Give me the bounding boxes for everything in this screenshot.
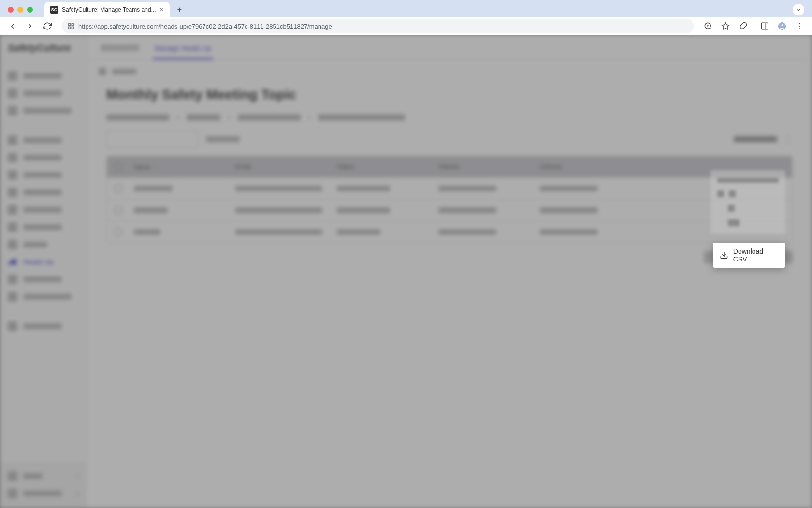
sidebar-item[interactable] [6,85,81,102]
maximize-window-button[interactable] [27,7,33,13]
back-button[interactable] [6,19,19,33]
sidebar-item[interactable] [6,271,81,288]
url-text: https://app.safetyculture.com/heads-up/e… [78,23,332,30]
sidebar-footer-item[interactable]: › [6,485,81,502]
browser-toolbar: https://app.safetyculture.com/heads-up/e… [0,17,812,35]
address-bar[interactable]: https://app.safetyculture.com/heads-up/e… [62,19,694,33]
download-csv-button[interactable]: Download CSV [713,243,785,268]
table-row[interactable] [107,221,792,243]
meta-chip [238,114,301,121]
profile-icon[interactable] [775,19,789,33]
svg-point-13 [799,23,800,24]
pagination [106,243,793,271]
svg-rect-3 [72,27,73,29]
close-window-button[interactable] [8,7,14,13]
new-tab-button[interactable]: + [174,3,186,16]
download-icon [720,251,728,260]
bookmark-icon[interactable] [719,19,732,33]
filter-row: ⋮ [106,131,793,148]
table-row[interactable] [107,177,792,199]
meta-chip [318,114,405,121]
meta-chip [187,114,220,121]
column-acknowledged[interactable]: Acknow [540,163,784,171]
data-table: Name↑ Email Status Viewed Acknow [106,156,793,243]
svg-rect-1 [72,24,73,26]
menu-icon[interactable] [793,19,806,33]
sidebar-footer-item[interactable]: › [6,467,81,485]
sidebar-item-label: Heads Up [23,258,53,266]
select-all-checkbox[interactable] [115,163,122,171]
sidebar-item[interactable] [6,131,81,149]
tab-title: SafetyCulture: Manage Teams and... [62,6,156,13]
tab-bar: SC SafetyCulture: Manage Teams and... × … [0,0,812,17]
svg-point-14 [799,26,800,27]
app-container: SafetyCulture Heads Up › › [0,35,812,508]
sidebar-item[interactable] [6,149,81,166]
logo: SafetyCulture [6,41,81,56]
search-input[interactable] [106,131,198,148]
column-status[interactable]: Status [337,163,438,171]
minimize-window-button[interactable] [17,7,23,13]
row-checkbox[interactable] [115,228,122,236]
sidebar-item[interactable] [6,218,81,236]
sidebar-item[interactable] [6,236,81,253]
svg-point-12 [781,24,783,27]
window-controls [8,7,33,13]
more-actions-button[interactable]: ⋮ [783,133,793,145]
site-settings-icon[interactable] [68,23,74,29]
forward-button[interactable] [23,19,37,33]
svg-rect-0 [69,24,71,26]
favicon-icon: SC [50,6,58,14]
tab[interactable] [99,41,141,59]
table-row[interactable] [107,199,792,221]
tab-manage-heads-up[interactable]: Manage Heads Up [153,41,213,59]
page-title: Monthly Safety Meeting Topic [106,87,793,102]
back-icon[interactable] [99,68,106,75]
column-email[interactable]: Email [235,163,337,171]
column-viewed[interactable]: Viewed [438,163,540,171]
sidebar-item[interactable] [6,184,81,201]
side-panel-icon[interactable] [758,19,771,33]
download-csv-label: Download CSV [733,247,779,263]
filter-chip[interactable] [206,136,240,142]
sort-arrow-icon: ↑ [155,164,157,170]
row-checkbox[interactable] [115,185,122,192]
svg-point-15 [799,28,800,29]
sidebar-item-heads-up[interactable]: Heads Up [6,253,81,271]
svg-line-5 [710,28,711,29]
megaphone-icon [8,257,17,267]
close-tab-icon[interactable]: × [160,6,164,14]
reload-button[interactable] [41,19,54,33]
sidebar-item[interactable] [6,288,81,305]
extensions-icon[interactable] [736,19,750,33]
sidebar: SafetyCulture Heads Up › › [0,35,87,508]
svg-marker-8 [722,23,729,29]
sidebar-item[interactable] [6,166,81,184]
browser-chrome: SC SafetyCulture: Manage Teams and... × … [0,0,812,35]
sidebar-item[interactable] [6,67,81,85]
svg-rect-9 [761,23,768,29]
breadcrumb-text[interactable] [112,69,136,74]
sidebar-item[interactable] [6,201,81,218]
breadcrumb [87,60,812,83]
meta-chip [106,114,169,121]
svg-rect-2 [69,27,71,29]
tab-label: Manage Heads Up [155,44,211,52]
column-name[interactable]: Name↑ [134,163,235,171]
sidebar-item[interactable] [6,102,81,119]
zoom-icon[interactable] [701,19,715,33]
dropdown-menu-blurred [710,170,785,234]
top-tabs: Manage Heads Up [87,35,812,60]
browser-tab[interactable]: SC SafetyCulture: Manage Teams and... × [44,2,170,17]
tab-search-button[interactable] [793,4,804,15]
sidebar-item[interactable] [6,318,81,335]
meta-row [106,114,793,121]
table-header: Name↑ Email Status Viewed Acknow [107,156,792,177]
row-checkbox[interactable] [115,206,122,214]
main-area: Manage Heads Up Monthly Safety Meeting T… [87,35,812,508]
action-text[interactable] [734,136,777,142]
